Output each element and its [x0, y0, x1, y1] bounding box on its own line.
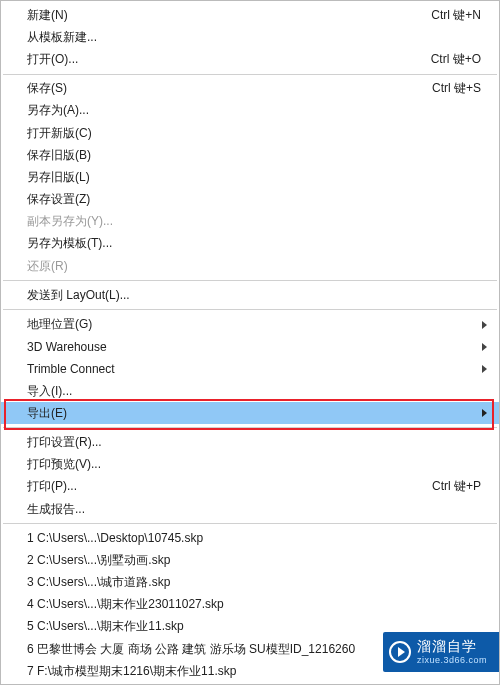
menu-item-label: 4 C:\Users\...\期末作业23011027.skp: [27, 596, 491, 613]
menu-item-shortcut: Ctrl 键+O: [431, 51, 491, 68]
menu-item[interactable]: 1 C:\Users\...\Desktop\10745.skp: [1, 527, 499, 549]
menu-item[interactable]: 导出(E): [1, 402, 499, 424]
menu-item[interactable]: 发送到 LayOut(L)...: [1, 284, 499, 306]
menu-item[interactable]: Trimble Connect: [1, 358, 499, 380]
menu-separator: [3, 309, 497, 310]
menu-item[interactable]: 保存旧版(B): [1, 144, 499, 166]
menu-item[interactable]: 3 C:\Users\...\城市道路.skp: [1, 572, 499, 594]
menu-item-label: 2 C:\Users\...\别墅动画.skp: [27, 552, 491, 569]
menu-item[interactable]: 2 C:\Users\...\别墅动画.skp: [1, 549, 499, 571]
menu-item-label: 保存设置(Z): [27, 191, 491, 208]
menu-item: 副本另存为(Y)...: [1, 211, 499, 233]
menu-item-shortcut: Ctrl 键+N: [431, 7, 491, 24]
chevron-right-icon: [482, 321, 487, 329]
menu-item-label: 打开(O)...: [27, 51, 411, 68]
menu-item-label: 打开新版(C): [27, 125, 491, 142]
menu-item-label: 另存旧版(L): [27, 169, 491, 186]
menu-item-label: 副本另存为(Y)...: [27, 213, 491, 230]
chevron-right-icon: [482, 365, 487, 373]
chevron-right-icon: [482, 409, 487, 417]
menu-item[interactable]: 地理位置(G): [1, 313, 499, 335]
menu-item[interactable]: 打开新版(C): [1, 122, 499, 144]
menu-item[interactable]: 另存为(A)...: [1, 100, 499, 122]
menu-item-label: 打印设置(R)...: [27, 434, 491, 451]
menu-item-label: 保存(S): [27, 80, 412, 97]
menu-item[interactable]: 打开(O)...Ctrl 键+O: [1, 48, 499, 70]
file-menu: 新建(N)Ctrl 键+N从模板新建...打开(O)...Ctrl 键+O保存(…: [1, 1, 499, 685]
menu-item-label: 打印(P)...: [27, 478, 412, 495]
menu-item-label: 打印预览(V)...: [27, 456, 491, 473]
menu-item-label: 3D Warehouse: [27, 340, 482, 354]
menu-item-shortcut: Ctrl 键+P: [432, 478, 491, 495]
menu-item-label: 地理位置(G): [27, 316, 482, 333]
menu-item[interactable]: 打印设置(R)...: [1, 431, 499, 453]
menu-item-label: 导入(I)...: [27, 383, 491, 400]
menu-separator: [3, 427, 497, 428]
menu-separator: [3, 523, 497, 524]
menu-item-label: 新建(N): [27, 7, 411, 24]
menu-item[interactable]: 保存(S)Ctrl 键+S: [1, 78, 499, 100]
menu-item-label: Trimble Connect: [27, 362, 482, 376]
chevron-right-icon: [482, 343, 487, 351]
play-icon: [389, 641, 411, 663]
menu-item: 还原(R): [1, 255, 499, 277]
menu-item[interactable]: 另存为模板(T)...: [1, 233, 499, 255]
menu-item[interactable]: 3D Warehouse: [1, 336, 499, 358]
menu-item-label: 导出(E): [27, 405, 482, 422]
menu-item[interactable]: 另存旧版(L): [1, 166, 499, 188]
menu-item[interactable]: 打印(P)...Ctrl 键+P: [1, 476, 499, 498]
menu-item[interactable]: 4 C:\Users\...\期末作业23011027.skp: [1, 594, 499, 616]
menu-item-label: 发送到 LayOut(L)...: [27, 287, 491, 304]
menu-item-label: 另存为模板(T)...: [27, 235, 491, 252]
menu-item[interactable]: 从模板新建...: [1, 26, 499, 48]
watermark-title: 溜溜自学: [417, 638, 487, 655]
menu-item[interactable]: 打印预览(V)...: [1, 454, 499, 476]
menu-separator: [3, 280, 497, 281]
menu-item-label: 从模板新建...: [27, 29, 491, 46]
menu-item-label: 另存为(A)...: [27, 102, 491, 119]
watermark-badge: 溜溜自学 zixue.3d66.com: [383, 632, 499, 672]
menu-separator: [3, 74, 497, 75]
menu-item-label: 1 C:\Users\...\Desktop\10745.skp: [27, 531, 491, 545]
menu-item[interactable]: 新建(N)Ctrl 键+N: [1, 4, 499, 26]
watermark-url: zixue.3d66.com: [417, 655, 487, 666]
menu-item-label: 3 C:\Users\...\城市道路.skp: [27, 574, 491, 591]
menu-item[interactable]: 保存设置(Z): [1, 189, 499, 211]
menu-item-label: 还原(R): [27, 258, 491, 275]
menu-item-label: 保存旧版(B): [27, 147, 491, 164]
menu-item[interactable]: 导入(I)...: [1, 380, 499, 402]
menu-item-label: 生成报告...: [27, 501, 491, 518]
menu-item-shortcut: Ctrl 键+S: [432, 80, 491, 97]
menu-item[interactable]: 生成报告...: [1, 498, 499, 520]
